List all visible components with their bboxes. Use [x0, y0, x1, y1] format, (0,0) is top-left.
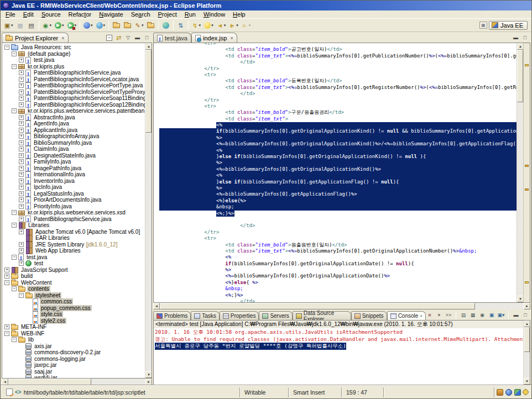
annotation-marker[interactable]	[525, 165, 529, 167]
code-line[interactable]: <td class="item_txt"><%=biblioSummaryInf…	[159, 248, 517, 254]
code-line[interactable]: <td class="item_bold">공고번호(일자)</td>	[159, 46, 517, 53]
tree-item[interactable]: +Web App Libraries	[2, 248, 145, 254]
expand-toggle-icon[interactable]: +	[19, 57, 24, 62]
expand-toggle-icon[interactable]: −	[19, 293, 24, 298]
scrollbar-thumb[interactable]	[517, 50, 523, 102]
run-button[interactable]: ▶▾	[53, 20, 66, 31]
expand-toggle-icon[interactable]: −	[12, 255, 17, 260]
tree-item[interactable]: −lib	[2, 337, 145, 343]
dropdown-caret-icon[interactable]: ▾	[249, 23, 251, 28]
tab-problems[interactable]: Problems	[153, 311, 191, 320]
code-line[interactable]: </td>	[159, 91, 517, 97]
code-line[interactable]: &nbsp;	[159, 204, 517, 210]
tab-project-explorer[interactable]: Project Explorer ×	[2, 33, 69, 43]
code-line[interactable]: <%;}%>	[159, 211, 517, 217]
menu-source[interactable]: Source	[38, 11, 65, 19]
collapse-all-icon[interactable]: −	[105, 34, 113, 41]
code-line[interactable]: </tr>	[159, 229, 517, 235]
status-indicator-icon[interactable]	[505, 389, 512, 396]
code-line[interactable]: <%	[159, 148, 517, 154]
scroll-up-icon[interactable]: ▲	[524, 321, 530, 327]
dropdown-caret-icon[interactable]: ▾	[103, 23, 106, 28]
code-line[interactable]: <%=biblioSummaryInfos[0].getApplicationF…	[159, 191, 517, 197]
code-line[interactable]: <tr>	[159, 235, 517, 242]
expand-toggle-icon[interactable]: −	[12, 108, 17, 113]
code-line[interactable]: <%	[159, 254, 517, 260]
tree-item[interactable]: +PatentBibliographicInfoServiceSoap12Bin…	[2, 102, 145, 108]
code-line[interactable]: %>	[159, 267, 517, 273]
tree-item[interactable]: −Libraries	[2, 222, 145, 229]
code-line[interactable]: <tr>	[159, 72, 517, 78]
scroll-lock-icon[interactable]: ▤	[460, 312, 467, 319]
tree-item[interactable]: +ClaimInfo.java	[2, 146, 145, 153]
dropdown-caret-icon[interactable]: ▾	[236, 23, 238, 28]
expand-toggle-icon[interactable]: +	[19, 70, 24, 75]
tab-console[interactable]: Console×	[387, 311, 426, 320]
scroll-left-icon[interactable]: ◄	[153, 303, 160, 309]
tab-data-source-explorer[interactable]: Data Source Explorer	[293, 311, 351, 320]
tree-item[interactable]: popup_common.css	[2, 305, 145, 312]
insert-mode-status[interactable]: Smart Insert	[288, 387, 341, 397]
tree-item[interactable]: +PatentBibliographicService.java	[2, 216, 145, 223]
tree-item[interactable]: commons-logging.jar	[2, 356, 145, 363]
dropdown-caret-icon[interactable]: ▾	[50, 23, 52, 28]
tree-item[interactable]: common.css	[2, 298, 145, 305]
external-tools-button[interactable]: ▶▾	[66, 20, 79, 31]
code-line[interactable]: &nbsp;	[159, 286, 517, 292]
status-indicator-icon[interactable]	[497, 389, 503, 396]
expand-toggle-icon[interactable]: +	[19, 159, 24, 164]
expand-toggle-icon[interactable]: +	[4, 274, 9, 279]
menu-window[interactable]: Window	[200, 11, 229, 19]
editor-vscrollbar[interactable]: ▲ ▼	[517, 43, 523, 302]
expand-toggle-icon[interactable]: +	[19, 229, 24, 234]
code-line[interactable]: <%=biblioSummaryInfos[0].getOriginalAppl…	[159, 273, 517, 279]
minimize-icon[interactable]: ▬	[512, 312, 520, 319]
code-line[interactable]: <tr>	[159, 103, 517, 109]
scroll-down-icon[interactable]: ▼	[524, 378, 530, 385]
expand-toggle-icon[interactable]: +	[19, 146, 24, 151]
code-line[interactable]: </tr>	[159, 97, 517, 103]
forward-button[interactable]: ►▾	[227, 20, 240, 31]
expand-toggle-icon[interactable]: +	[19, 83, 24, 88]
code-line[interactable]: <td class="item_bold">등록번호(일자)</td>	[159, 78, 517, 84]
tree-item[interactable]: +PatentBibliographicInfoServiceSoap11Bin…	[2, 95, 145, 102]
import-folder-button[interactable]	[122, 20, 133, 31]
expand-toggle-icon[interactable]: −	[4, 280, 9, 285]
code-line[interactable]: }else if(biblioSummaryInfos[0].getApplic…	[159, 179, 517, 185]
expand-toggle-icon[interactable]: +	[19, 172, 24, 177]
maximize-icon[interactable]: □	[521, 312, 529, 319]
tree-item[interactable]: +test	[2, 260, 145, 267]
code-line[interactable]: <%	[159, 172, 517, 179]
new-web-service-button[interactable]: ▾	[82, 20, 95, 31]
status-indicator-icon[interactable]	[514, 389, 521, 396]
tab-tasks[interactable]: Tasks	[191, 311, 220, 320]
editor-hscrollbar[interactable]: ◄ ►	[153, 303, 530, 309]
expand-toggle-icon[interactable]: +	[19, 102, 24, 107]
dropdown-caret-icon[interactable]: ▾	[62, 23, 64, 28]
tree-item[interactable]: +AgentInfo.java	[2, 120, 145, 127]
minimize-view-icon[interactable]: ▬	[133, 34, 142, 41]
tree-item[interactable]: −WEB-INF	[2, 330, 145, 337]
tree-item[interactable]: +BiblioSummaryInfo.java	[2, 140, 145, 146]
menu-project[interactable]: Project	[154, 11, 181, 19]
dropdown-caret-icon[interactable]: ▾	[199, 23, 201, 28]
annotation-marker[interactable]	[525, 64, 529, 66]
expand-toggle-icon[interactable]: −	[4, 331, 9, 336]
menu-navigate[interactable]: Navigate	[95, 11, 127, 19]
tree-item[interactable]: −(default package)	[2, 51, 145, 57]
titlebar[interactable]: Java EE - RMIWebServiceClient/WebContent…	[1, 1, 531, 11]
tree-item[interactable]: +PriorArtDocumentsInfo.java	[2, 197, 145, 203]
last-edit-button[interactable]: ↯▾	[190, 20, 203, 31]
display-console-icon[interactable]: ▣	[488, 312, 496, 319]
scrollbar-thumb[interactable]	[8, 379, 91, 385]
code-line[interactable]: if(biblioSummaryInfos[0].getOriginalAppl…	[159, 128, 517, 134]
code-line[interactable]: }else if(biblioSummaryInfos[0].getOrigin…	[159, 154, 517, 160]
annotate-button[interactable]: ✎▾	[133, 20, 145, 31]
code-line[interactable]: <td class="item_txt"><%=biblioSummaryInf…	[159, 53, 517, 59]
tree-item[interactable]: style.css	[2, 311, 145, 318]
close-tab-icon[interactable]: ×	[230, 35, 233, 41]
tree-item[interactable]: +ApplicantInfo.java	[2, 127, 145, 134]
expand-toggle-icon[interactable]: +	[19, 197, 24, 202]
print-button[interactable]: ▤	[26, 20, 37, 31]
explorer-hscrollbar[interactable]: ◄ ►	[2, 379, 152, 385]
